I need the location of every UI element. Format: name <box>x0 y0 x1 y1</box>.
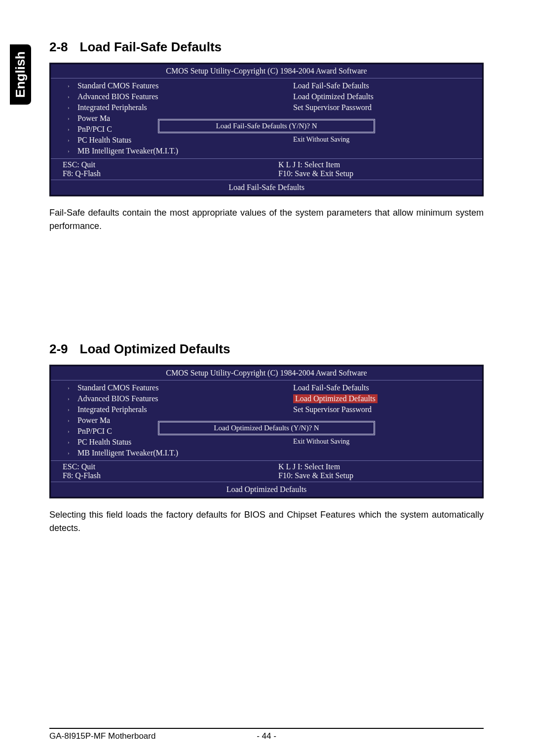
confirm-dialog[interactable]: Load Optimized Defaults (Y/N)? N <box>158 421 375 435</box>
menu-item[interactable]: PC Health Status <box>77 136 131 144</box>
key-hint: ESC: Quit <box>63 160 266 169</box>
footer-page-number: - 44 - <box>257 731 276 741</box>
menu-item[interactable]: PnP/PCI C <box>77 125 112 133</box>
confirm-dialog[interactable]: Load Fail-Safe Defaults (Y/N)? N <box>158 119 375 133</box>
bios-title: CMOS Setup Utility-Copyright (C) 1984-20… <box>51 366 482 380</box>
menu-item[interactable]: Set Supervisor Password <box>293 103 372 112</box>
menu-item[interactable]: Power Ma <box>77 114 110 122</box>
menu-item[interactable]: Standard CMOS Features <box>77 383 158 392</box>
menu-item[interactable]: Advanced BIOS Features <box>77 92 158 101</box>
section-heading-2-9: 2-9Load Optimized Defaults <box>49 341 484 357</box>
key-hint: ESC: Quit <box>63 462 266 471</box>
key-hint: F10: Save & Exit Setup <box>278 169 482 178</box>
section-number: 2-8 <box>49 39 68 54</box>
footer-product: GA-8I915P-MF Motherboard <box>49 731 155 741</box>
key-hint: F8: Q-Flash <box>63 169 266 178</box>
footer-divider <box>49 728 484 729</box>
section-body-text: Fail-Safe defaults contain the most appr… <box>49 206 484 233</box>
menu-item[interactable]: Integrated Peripherals <box>77 103 147 112</box>
bios-window-optimized: CMOS Setup Utility-Copyright (C) 1984-20… <box>49 365 484 498</box>
menu-item[interactable]: MB Intelligent Tweaker(M.I.T.) <box>77 147 178 155</box>
section-body-text: Selecting this field loads the factory d… <box>49 508 484 535</box>
section-title: Load Fail-Safe Defaults <box>80 39 222 54</box>
menu-item[interactable]: Integrated Peripherals <box>77 405 147 414</box>
menu-item[interactable]: PnP/PCI C <box>77 427 112 435</box>
menu-item-obscured: Exit Without Saving <box>278 437 482 447</box>
menu-item-selected[interactable]: Load Optimized Defaults <box>293 394 378 403</box>
bios-help-bar: Load Fail-Safe Defaults <box>51 180 482 195</box>
menu-item[interactable]: Load Fail-Safe Defaults <box>293 383 369 392</box>
menu-item[interactable]: Load Fail-Safe Defaults <box>293 81 369 90</box>
menu-item[interactable]: Set Supervisor Password <box>293 405 372 414</box>
section-number: 2-9 <box>49 341 68 356</box>
menu-item[interactable]: MB Intelligent Tweaker(M.I.T.) <box>77 449 178 457</box>
section-title: Load Optimized Defaults <box>80 341 230 356</box>
key-hint: F8: Q-Flash <box>63 471 266 480</box>
section-heading-2-8: 2-8Load Fail-Safe Defaults <box>49 39 484 55</box>
menu-item[interactable]: Load Optimized Defaults <box>293 92 374 101</box>
bios-window-failsafe: CMOS Setup Utility-Copyright (C) 1984-20… <box>49 63 484 196</box>
bios-help-bar: Load Optimized Defaults <box>51 482 482 497</box>
key-hint: K L J I: Select Item <box>278 462 482 471</box>
language-tab: English <box>10 44 31 105</box>
bios-title: CMOS Setup Utility-Copyright (C) 1984-20… <box>51 64 482 78</box>
key-hint: K L J I: Select Item <box>278 160 482 169</box>
menu-item[interactable]: PC Health Status <box>77 438 131 446</box>
menu-item[interactable]: Standard CMOS Features <box>77 81 158 90</box>
menu-item-obscured: Exit Without Saving <box>278 135 482 145</box>
menu-item[interactable]: Advanced BIOS Features <box>77 394 158 403</box>
key-hint: F10: Save & Exit Setup <box>278 471 482 480</box>
menu-item[interactable]: Power Ma <box>77 416 110 424</box>
